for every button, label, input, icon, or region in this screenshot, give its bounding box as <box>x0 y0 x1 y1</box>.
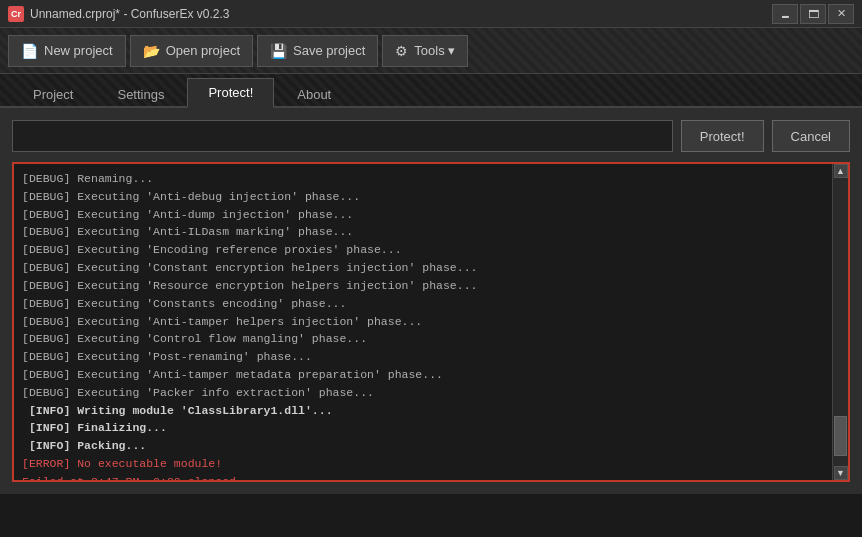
path-input[interactable] <box>12 120 673 152</box>
open-project-button[interactable]: 📂 Open project <box>130 35 253 67</box>
save-project-label: Save project <box>293 43 365 58</box>
new-project-button[interactable]: 📄 New project <box>8 35 126 67</box>
log-line: [ERROR] No executable module! <box>22 455 824 473</box>
app-icon: Cr <box>8 6 24 22</box>
scroll-track <box>833 178 848 466</box>
log-line: [DEBUG] Executing 'Constants encoding' p… <box>22 295 824 313</box>
title-bar: Cr Unnamed.crproj* - ConfuserEx v0.2.3 🗕… <box>0 0 862 28</box>
input-row: Protect! Cancel <box>12 120 850 152</box>
log-line: [DEBUG] Executing 'Resource encryption h… <box>22 277 824 295</box>
tab-project[interactable]: Project <box>12 80 94 108</box>
log-line: [DEBUG] Executing 'Encoding reference pr… <box>22 241 824 259</box>
maximize-button[interactable]: 🗖 <box>800 4 826 24</box>
scroll-thumb[interactable] <box>834 416 847 456</box>
new-project-icon: 📄 <box>21 43 38 59</box>
tab-about[interactable]: About <box>276 80 352 108</box>
protect-button[interactable]: Protect! <box>681 120 764 152</box>
tab-protect[interactable]: Protect! <box>187 78 274 108</box>
main-content: Protect! Cancel [DEBUG] Renaming...[DEBU… <box>0 108 862 494</box>
save-project-icon: 💾 <box>270 43 287 59</box>
log-content[interactable]: [DEBUG] Renaming...[DEBUG] Executing 'An… <box>14 164 832 480</box>
close-button[interactable]: ✕ <box>828 4 854 24</box>
tab-settings[interactable]: Settings <box>96 80 185 108</box>
tools-button[interactable]: ⚙ Tools ▾ <box>382 35 468 67</box>
log-line: [DEBUG] Executing 'Constant encryption h… <box>22 259 824 277</box>
log-line: [DEBUG] Executing 'Anti-tamper helpers i… <box>22 313 824 331</box>
tabs-bar: Project Settings Protect! About <box>0 74 862 108</box>
new-project-label: New project <box>44 43 113 58</box>
window-title: Unnamed.crproj* - ConfuserEx v0.2.3 <box>30 7 229 21</box>
log-line: [DEBUG] Renaming... <box>22 170 824 188</box>
tools-icon: ⚙ <box>395 43 408 59</box>
scroll-up-arrow[interactable]: ▲ <box>834 164 848 178</box>
open-project-label: Open project <box>166 43 240 58</box>
log-line: [DEBUG] Executing 'Anti-ILDasm marking' … <box>22 223 824 241</box>
toolbar: 📄 New project 📂 Open project 💾 Save proj… <box>0 28 862 74</box>
scrollbar[interactable]: ▲ ▼ <box>832 164 848 480</box>
title-bar-controls: 🗕 🗖 ✕ <box>772 4 854 24</box>
open-project-icon: 📂 <box>143 43 160 59</box>
log-line: [DEBUG] Executing 'Packer info extractio… <box>22 384 824 402</box>
log-container: [DEBUG] Renaming...[DEBUG] Executing 'An… <box>12 162 850 482</box>
log-line: [DEBUG] Executing 'Anti-debug injection'… <box>22 188 824 206</box>
title-bar-left: Cr Unnamed.crproj* - ConfuserEx v0.2.3 <box>8 6 229 22</box>
log-line: [INFO] Writing module 'ClassLibrary1.dll… <box>22 402 824 420</box>
tools-label: Tools ▾ <box>414 43 455 58</box>
cancel-button[interactable]: Cancel <box>772 120 850 152</box>
log-line: [DEBUG] Executing 'Anti-tamper metadata … <box>22 366 824 384</box>
log-line: [DEBUG] Executing 'Anti-dump injection' … <box>22 206 824 224</box>
log-line: [DEBUG] Executing 'Control flow mangling… <box>22 330 824 348</box>
log-line: [INFO] Finalizing... <box>22 419 824 437</box>
log-line: [INFO] Packing... <box>22 437 824 455</box>
minimize-button[interactable]: 🗕 <box>772 4 798 24</box>
scroll-down-arrow[interactable]: ▼ <box>834 466 848 480</box>
log-line: [DEBUG] Executing 'Post-renaming' phase.… <box>22 348 824 366</box>
log-line: Failed at 3:47 PM, 0:00 elapsed. <box>22 473 824 480</box>
save-project-button[interactable]: 💾 Save project <box>257 35 378 67</box>
